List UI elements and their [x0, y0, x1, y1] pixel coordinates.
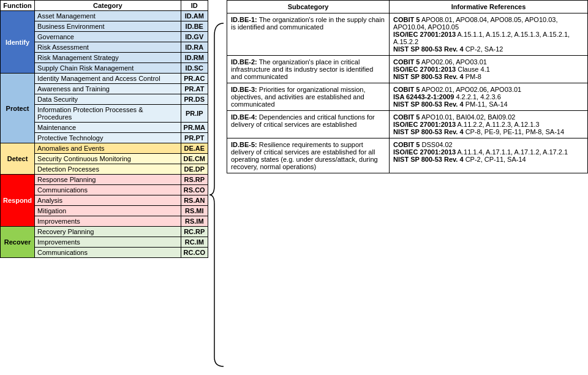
- reference-source: ISO/IEC 27001:2013: [393, 66, 456, 73]
- reference-source: NIST SP 800-53 Rev. 4: [393, 128, 464, 135]
- function-cell-recover: Recover: [1, 227, 35, 258]
- subcategory-cell: ID.BE-1: The organization's role in the …: [227, 13, 390, 56]
- informative-references-header: Informative References: [390, 1, 588, 13]
- id-cell: DE.CM: [181, 154, 208, 164]
- reference-source: NIST SP 800-53 Rev. 4: [393, 156, 464, 163]
- reference-source: ISO/IEC 27001:2013: [393, 121, 456, 128]
- id-cell: ID.RM: [181, 53, 208, 63]
- reference-detail: APO02.06, APO03.01: [420, 58, 486, 66]
- category-cell: Anomalies and Events: [35, 143, 181, 154]
- category-cell: Protective Technology: [35, 133, 181, 143]
- subcategory-row: ID.BE-5: Resilience requirements to supp…: [227, 138, 588, 173]
- id-cell: RC.RP: [181, 227, 208, 237]
- subcategory-row: ID.BE-1: The organization's role in the …: [227, 13, 588, 56]
- id-cell: PR.MA: [181, 123, 208, 133]
- reference-detail: PM-8: [464, 73, 481, 80]
- category-cell: Awareness and Training: [35, 84, 181, 94]
- category-cell: Identity Management and Access Control: [35, 74, 181, 84]
- category-header: Category: [35, 1, 181, 11]
- function-cell-detect: Detect: [1, 143, 35, 175]
- id-cell: DE.DP: [181, 164, 208, 175]
- right-references-table: Subcategory Informative References ID.BE…: [227, 0, 588, 173]
- reference-detail: A.11.1.4, A.17.1.1, A.17.1.2, A.17.2.1: [456, 148, 568, 156]
- id-cell: PR.DS: [181, 94, 208, 105]
- reference-source: COBIT 5: [393, 16, 420, 23]
- category-cell: Business Environment: [35, 21, 181, 32]
- id-cell: ID.BE: [181, 21, 208, 32]
- table-row: ProtectIdentity Management and Access Co…: [1, 74, 208, 84]
- id-cell: PR.AT: [181, 84, 208, 94]
- function-header: Function: [1, 1, 35, 11]
- reference-detail: A.11.2.2, A.11.2.3, A.12.1.3: [456, 121, 539, 128]
- id-cell: PR.IP: [181, 105, 208, 123]
- references-cell: COBIT 5 DSS04.02ISO/IEC 27001:2013 A.11.…: [390, 138, 588, 173]
- table-row: DetectAnomalies and EventsDE.AE: [1, 143, 208, 154]
- id-cell: ID.GV: [181, 32, 208, 42]
- subcategory-cell: ID.BE-2: The organization's place in cri…: [227, 56, 390, 83]
- subcategory-id: ID.BE-3:: [231, 86, 257, 93]
- subcategory-row: ID.BE-2: The organization's place in cri…: [227, 56, 588, 83]
- category-cell: Risk Management Strategy: [35, 53, 181, 63]
- subcategory-cell: ID.BE-3: Priorities for organizational m…: [227, 83, 390, 111]
- category-cell: Maintenance: [35, 123, 181, 133]
- category-cell: Improvements: [35, 237, 181, 248]
- function-cell-identify: Identify: [1, 11, 35, 74]
- left-framework-table: Function Category ID IdentifyAsset Manag…: [0, 0, 208, 258]
- reference-source: COBIT 5: [393, 141, 420, 148]
- id-cell: RC.CO: [181, 248, 208, 258]
- id-cell: ID.SC: [181, 63, 208, 74]
- id-cell: RS.RP: [181, 175, 208, 185]
- table-row: IdentifyAsset ManagementID.AM: [1, 11, 208, 21]
- reference-detail: DSS04.02: [420, 141, 452, 148]
- reference-source: ISA 62443-2-1:2009: [393, 93, 454, 100]
- category-cell: Mitigation: [35, 206, 181, 216]
- references-cell: COBIT 5 APO10.01, BAI04.02, BAI09.02ISO/…: [390, 111, 588, 138]
- function-cell-protect: Protect: [1, 74, 35, 143]
- category-cell: Improvements: [35, 216, 181, 227]
- reference-detail: 4.2.2.1, 4.2.3.6: [454, 93, 500, 100]
- subcategory-id: ID.BE-1:: [231, 16, 257, 23]
- category-cell: Communications: [35, 185, 181, 195]
- category-cell: Asset Management: [35, 11, 181, 21]
- id-cell: RS.IM: [181, 216, 208, 227]
- category-cell: Supply Chain Risk Management: [35, 63, 181, 74]
- reference-detail: APO10.01, BAI04.02, BAI09.02: [420, 113, 515, 121]
- category-cell: Risk Assessment: [35, 42, 181, 53]
- reference-detail: PM-11, SA-14: [464, 100, 508, 108]
- id-cell: ID.AM: [181, 11, 208, 21]
- id-cell: ID.RA: [181, 42, 208, 53]
- id-cell: RS.MI: [181, 206, 208, 216]
- reference-source: NIST SP 800-53 Rev. 4: [393, 100, 464, 108]
- table-row: RespondResponse PlanningRS.RP: [1, 175, 208, 185]
- references-cell: COBIT 5 APO02.06, APO03.01ISO/IEC 27001:…: [390, 56, 588, 83]
- reference-detail: CP-8, PE-9, PE-11, PM-8, SA-14: [464, 128, 564, 135]
- table-row: RecoverRecovery PlanningRC.RP: [1, 227, 208, 237]
- reference-source: COBIT 5: [393, 113, 420, 121]
- reference-detail: CP-2, SA-12: [464, 45, 503, 53]
- category-cell: Response Planning: [35, 175, 181, 185]
- id-cell: RS.CO: [181, 185, 208, 195]
- reference-source: ISO/IEC 27001:2013: [393, 148, 456, 156]
- reference-source: ISO/IEC 27001:2013: [393, 31, 456, 38]
- reference-source: COBIT 5: [393, 86, 420, 93]
- subcategory-row: ID.BE-3: Priorities for organizational m…: [227, 83, 588, 111]
- subcategory-cell: ID.BE-4: Dependencies and critical funct…: [227, 111, 390, 138]
- reference-detail: Clause 4.1: [456, 66, 490, 73]
- references-cell: COBIT 5 APO08.01, APO08.04, APO08.05, AP…: [390, 13, 588, 56]
- id-cell: RS.AN: [181, 195, 208, 206]
- reference-source: NIST SP 800-53 Rev. 4: [393, 45, 464, 53]
- id-cell: RC.IM: [181, 237, 208, 248]
- id-cell: PR.AC: [181, 74, 208, 84]
- id-cell: PR.PT: [181, 133, 208, 143]
- function-cell-respond: Respond: [1, 175, 35, 227]
- subcategory-cell: ID.BE-5: Resilience requirements to supp…: [227, 138, 390, 173]
- category-cell: Analysis: [35, 195, 181, 206]
- subcategory-id: ID.BE-4:: [231, 113, 257, 121]
- subcategory-header: Subcategory: [227, 1, 390, 13]
- subcategory-id: ID.BE-2:: [231, 58, 257, 66]
- right-references-table-wrap: Subcategory Informative References ID.BE…: [227, 0, 588, 375]
- category-cell: Communications: [35, 248, 181, 258]
- subcategory-row: ID.BE-4: Dependencies and critical funct…: [227, 111, 588, 138]
- reference-detail: APO02.01, APO02.06, APO03.01: [420, 86, 521, 93]
- reference-source: NIST SP 800-53 Rev. 4: [393, 73, 464, 80]
